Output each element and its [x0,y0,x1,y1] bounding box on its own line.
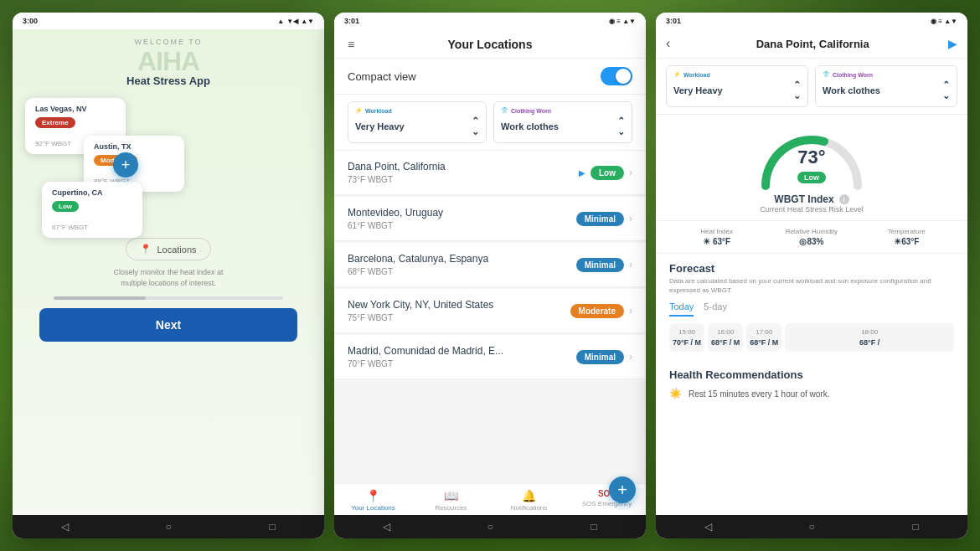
s3-workload-box[interactable]: ⚡ Workload Very Heavy ⌃⌄ [666,65,808,107]
recent-nav[interactable]: □ [265,519,280,534]
info-icon[interactable]: i [839,194,849,204]
gauge-area: 73° Low WBGT Index i Current Heat Stress… [656,115,967,220]
home-nav-2[interactable]: ○ [482,519,498,534]
nav-resources[interactable]: 📖 Resources [412,489,490,512]
add-location-fab[interactable]: + [113,152,138,178]
nav-your-locations[interactable]: 📍 Your Locations [334,489,412,512]
health-item: ☀️ Rest 15 minutes every 1 hour of work. [669,388,954,399]
forecast-tab-5day[interactable]: 5-day [704,301,727,317]
list-item[interactable]: Barcelona, Catalunya, Espanya 68°F WBGT … [334,243,646,287]
compact-view-toggle[interactable] [601,67,632,85]
s3-clothing-value: Work clothes ⌃⌄ [823,80,950,101]
battery-icon: ▲ [277,18,284,25]
clothing-box[interactable]: 👕 Clothing Worn Work clothes ⌃⌄ [493,101,632,143]
card-dots-cupertino: · · · · · · · · [52,216,132,222]
workload-box[interactable]: ⚡ Workload Very Heavy ⌃⌄ [348,101,487,143]
add-fab-2[interactable]: + [609,476,636,503]
back-button[interactable]: ‹ [666,36,670,51]
forecast-item: 17:00 68°F / M [746,323,781,352]
status-icons-3: ◉ ≡ ▲▼ [931,18,957,25]
list-item-badge: Minimal [576,258,624,272]
card-badge-vegas: Extreme [35,117,75,128]
chevron-icon: › [629,305,632,317]
compact-view-label: Compact view [348,70,416,83]
forecast-time-3: 18:00 [788,328,951,336]
list-item-left: Montevideo, Uruguay 61°F WBGT [348,207,443,230]
menu-icon[interactable]: ≡ [348,38,354,51]
time-2: 3:01 [344,17,359,25]
wbgt-sublabel: Current Heat Stress Risk Level [760,205,864,214]
screen2-title: Your Locations [448,38,533,51]
nav-bar-3: ◁ ○ □ [656,515,967,538]
list-item[interactable]: Dana Point, California 73°F WBGT ▶ Low › [334,151,646,195]
screen3-workload-row: ⚡ Workload Very Heavy ⌃⌄ 👕 Clothing Worn… [656,59,967,115]
status-bar-1: 3:00 ▲ ▼◀ ▲▼ [13,13,324,29]
stat-heat-label: Heat Index [669,228,764,235]
back-nav-3[interactable]: ◁ [700,519,715,534]
forecast-val-0: 70°F / M [673,338,701,347]
forecast-tabs: Today 5-day [669,301,954,317]
status-bar-2: 3:01 ◉ ≡ ▲▼ [334,13,646,29]
status-icons-2: ◉ ≡ ▲▼ [609,18,636,25]
s3-workload-icon: ⚡ [673,71,681,78]
recent-nav-2[interactable]: □ [586,519,601,534]
navigation-icon[interactable]: ▶ [948,37,957,50]
recent-nav-3[interactable]: □ [908,519,923,534]
list-item[interactable]: Montevideo, Uruguay 61°F WBGT Minimal › [334,197,646,241]
list-item-right: Minimal › [576,212,632,226]
s3-clothing-box[interactable]: 👕 Clothing Worn Work clothes ⌃⌄ [815,65,957,107]
list-item-wbgt: 70°F WBGT [348,359,503,368]
forecast-tab-today[interactable]: Today [669,301,694,317]
list-item-name: Madrid, Comunidad de Madrid, E... [348,345,503,357]
wbgt-index-label: WBGT Index i [774,193,848,205]
list-item-right: Minimal › [576,258,632,272]
home-nav-3[interactable]: ○ [804,519,819,534]
locations-button[interactable]: 📍 Locations [126,238,210,260]
s3-clothing-label: 👕 Clothing Worn [823,71,950,78]
back-nav-2[interactable]: ◁ [379,519,394,534]
phone-screen-1: 3:00 ▲ ▼◀ ▲▼ WELCOME TO AIHA Heat Stress… [13,13,324,538]
stat-temp-value: ☀63°F [859,237,954,246]
nav-bar-1: ◁ ○ □ [13,515,324,538]
list-item[interactable]: New York City, NY, United States 75°F WB… [334,289,646,333]
chevron-icon: › [629,351,632,363]
workload-row: ⚡ Workload Very Heavy ⌃⌄ 👕 Clothing Worn… [334,95,646,151]
forecast-item: 16:00 68°F / M [708,323,743,352]
stat-humidity-label: Relative Humidity [764,228,859,235]
forecast-time-0: 15:00 [673,328,701,336]
screen3-title: Dana Point, California [677,38,948,50]
forecast-item: 15:00 70°F / M [669,323,704,352]
list-item-badge: Moderate [570,304,624,318]
location-pin-icon: 📍 [140,244,152,255]
nav-notifications[interactable]: 🔔 Notifications [490,489,568,512]
list-item-name: Barcelona, Catalunya, Espanya [348,253,488,265]
list-item-wbgt: 73°F WBGT [348,175,446,184]
locations-nav-icon: 📍 [366,489,380,502]
stats-row: Heat Index ☀ 63°F Relative Humidity ◎83%… [656,220,967,254]
next-button[interactable]: Next [39,308,297,342]
list-item-left: Madrid, Comunidad de Madrid, E... 70°F W… [348,345,503,368]
list-item-badge: Minimal [576,350,624,364]
stat-humidity-value: ◎83% [764,237,859,246]
forecast-time-2: 17:00 [750,328,778,336]
card-name-cupertino: Cupertino, CA [52,188,132,197]
forecast-item: 18:00 68°F / [785,323,954,352]
list-item[interactable]: Madrid, Comunidad de Madrid, E... 70°F W… [334,335,646,379]
list-item-left: Dana Point, California 73°F WBGT [348,161,446,184]
s3-workload-chevron: ⌃⌄ [793,80,801,101]
app-name: AIHA [137,48,199,75]
list-item-badge: Low [591,166,624,180]
location-list: Dana Point, California 73°F WBGT ▶ Low ›… [334,151,646,483]
back-nav[interactable]: ◁ [57,519,72,534]
forecast-times: 15:00 70°F / M 16:00 68°F / M 17:00 68°F… [669,323,954,352]
time-1: 3:00 [23,17,38,25]
health-text: Rest 15 minutes every 1 hour of work. [689,389,829,399]
stat-heat-index: Heat Index ☀ 63°F [669,228,764,246]
gauge-badge: Low [797,172,826,183]
home-nav[interactable]: ○ [161,519,176,534]
clothing-value-row: Work clothes ⌃⌄ [501,116,625,137]
time-3: 3:01 [666,17,681,25]
sun-icon: ☀️ [669,388,682,399]
card-wbgt-cupertino: 67°F WBGT [52,224,132,231]
nav-label-notifications: Notifications [511,504,548,512]
